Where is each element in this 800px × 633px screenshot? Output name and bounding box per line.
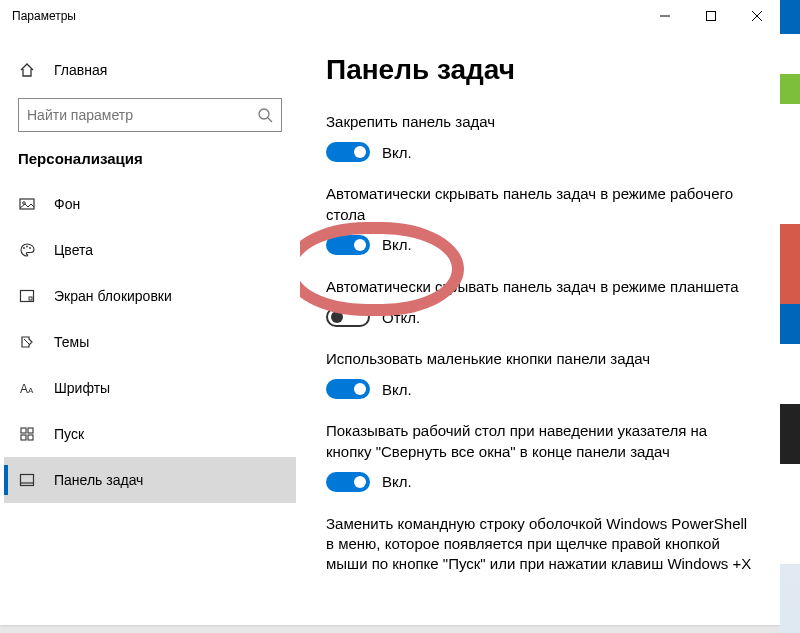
sidebar-item-themes[interactable]: Темы <box>4 319 296 365</box>
option-label: Автоматически скрывать панель задач в ре… <box>326 184 756 225</box>
sidebar-item-label: Панель задач <box>54 472 143 488</box>
option-autohide-desktop: Автоматически скрывать панель задач в ре… <box>326 184 756 255</box>
sidebar-item-label: Цвета <box>54 242 93 258</box>
start-icon <box>18 426 36 442</box>
svg-rect-17 <box>21 435 26 440</box>
home-icon <box>18 62 36 78</box>
svg-rect-19 <box>21 475 34 486</box>
toggle-small-buttons[interactable] <box>326 379 370 399</box>
sidebar-item-label: Фон <box>54 196 80 212</box>
search-box[interactable] <box>18 98 282 132</box>
nav-list: Фон Цвета Экран блокировки <box>4 181 296 503</box>
home-link[interactable]: Главная <box>4 50 296 90</box>
sidebar-item-start[interactable]: Пуск <box>4 411 296 457</box>
option-label: Показывать рабочий стол при наведении ук… <box>326 421 756 462</box>
toggle-state: Откл. <box>382 309 420 326</box>
toggle-autohide-desktop[interactable] <box>326 235 370 255</box>
option-label: Использовать маленькие кнопки панели зад… <box>326 349 756 369</box>
option-small-buttons: Использовать маленькие кнопки панели зад… <box>326 349 756 399</box>
category-header: Персонализация <box>4 150 296 181</box>
svg-line-5 <box>268 118 272 122</box>
option-autohide-tablet: Автоматически скрывать панель задач в ре… <box>326 277 756 327</box>
picture-icon <box>18 196 36 212</box>
option-lock-taskbar: Закрепить панель задач Вкл. <box>326 112 756 162</box>
svg-point-8 <box>23 247 25 249</box>
svg-point-4 <box>259 109 269 119</box>
sidebar: Главная Персонализация Фон <box>0 32 300 625</box>
svg-text:A: A <box>28 386 34 395</box>
palette-icon <box>18 242 36 258</box>
svg-rect-12 <box>29 297 32 300</box>
option-powershell: Заменить командную строку оболочкой Wind… <box>326 514 756 575</box>
home-label: Главная <box>54 62 107 78</box>
sidebar-item-background[interactable]: Фон <box>4 181 296 227</box>
sidebar-item-fonts[interactable]: AA Шрифты <box>4 365 296 411</box>
sidebar-item-label: Экран блокировки <box>54 288 172 304</box>
taskbar-icon <box>18 472 36 488</box>
search-input[interactable] <box>27 107 257 123</box>
sidebar-item-label: Шрифты <box>54 380 110 396</box>
svg-rect-16 <box>28 428 33 433</box>
sidebar-item-taskbar[interactable]: Панель задач <box>4 457 296 503</box>
window-title: Параметры <box>0 9 76 23</box>
background-strip <box>780 0 800 633</box>
toggle-state: Вкл. <box>382 473 412 490</box>
option-label: Автоматически скрывать панель задач в ре… <box>326 277 756 297</box>
svg-point-9 <box>26 246 28 248</box>
toggle-lock-taskbar[interactable] <box>326 142 370 162</box>
toggle-autohide-tablet[interactable] <box>326 307 370 327</box>
close-button[interactable] <box>734 0 780 32</box>
content-pane: Панель задач Закрепить панель задач Вкл.… <box>300 32 780 625</box>
themes-icon <box>18 334 36 350</box>
sidebar-item-label: Темы <box>54 334 89 350</box>
fonts-icon: AA <box>18 380 36 396</box>
toggle-state: Вкл. <box>382 236 412 253</box>
svg-point-10 <box>29 247 31 249</box>
toggle-peek-desktop[interactable] <box>326 472 370 492</box>
option-label: Заменить командную строку оболочкой Wind… <box>326 514 756 575</box>
option-peek-desktop: Показывать рабочий стол при наведении ук… <box>326 421 756 492</box>
toggle-state: Вкл. <box>382 144 412 161</box>
sidebar-item-lockscreen[interactable]: Экран блокировки <box>4 273 296 319</box>
minimize-button[interactable] <box>642 0 688 32</box>
option-label: Закрепить панель задач <box>326 112 756 132</box>
search-icon <box>257 107 273 123</box>
sidebar-item-colors[interactable]: Цвета <box>4 227 296 273</box>
titlebar: Параметры <box>0 0 780 32</box>
svg-rect-18 <box>28 435 33 440</box>
maximize-button[interactable] <box>688 0 734 32</box>
toggle-state: Вкл. <box>382 381 412 398</box>
page-title: Панель задач <box>326 54 756 86</box>
svg-rect-15 <box>21 428 26 433</box>
svg-rect-6 <box>20 199 34 209</box>
svg-text:A: A <box>20 382 28 396</box>
lockscreen-icon <box>18 288 36 304</box>
sidebar-item-label: Пуск <box>54 426 84 442</box>
svg-rect-1 <box>707 12 716 21</box>
